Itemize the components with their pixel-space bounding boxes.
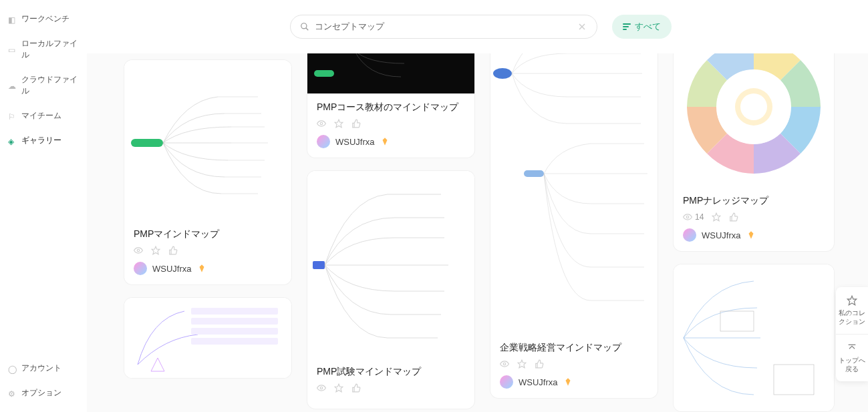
eye-icon (134, 246, 143, 255)
nav-options[interactable]: ⚙オプション (0, 381, 87, 405)
svg-marker-8 (152, 246, 160, 254)
author-name: WSUJfrxa (702, 230, 741, 240)
masonry-col: WSUJfrxa PMPマインドマップ (124, 0, 291, 378)
svg-marker-15 (335, 120, 343, 128)
search-box[interactable] (290, 15, 597, 39)
svg-rect-9 (191, 308, 278, 315)
card-thumbnail (124, 298, 291, 378)
card-title: PMPマインドマップ (134, 228, 282, 240)
masonry-col: PMPコース教材のマインドマップ WSUJfrxa (307, 7, 474, 409)
star-icon[interactable] (517, 359, 527, 369)
diamond-badge-icon (380, 137, 390, 146)
back-to-top-button[interactable]: トップへ戻る (836, 335, 868, 381)
nav-local-files[interactable]: ▭ローカルファイル (0, 31, 87, 67)
card-stats: 14 (683, 212, 825, 222)
views-count: 14 (695, 212, 704, 222)
card-author[interactable]: WSUJfrxa (317, 135, 465, 148)
sidebar-top: ◧ワークベンチ ▭ローカルファイル ☁クラウドファイル ⚐マイチーム ◈ギャラリ… (0, 7, 87, 356)
star-icon[interactable] (334, 119, 343, 128)
star-icon (847, 295, 857, 306)
gallery-card[interactable]: PMP試験マインドマップ (307, 171, 474, 409)
float-label: 私のコレクション (839, 308, 865, 326)
svg-rect-16 (313, 261, 325, 269)
author-name: WSUJfrxa (519, 377, 558, 387)
nav-gallery[interactable]: ◈ギャラリー (0, 128, 87, 153)
filter-icon (623, 23, 631, 30)
nav-label: クラウドファイル (21, 74, 79, 97)
svg-point-19 (493, 68, 512, 79)
thumbs-up-icon[interactable] (351, 383, 361, 393)
svg-point-24 (740, 93, 767, 120)
avatar (134, 262, 147, 275)
nav-label: マイチーム (21, 110, 61, 122)
author-name: WSUJfrxa (335, 137, 375, 147)
my-collection-button[interactable]: 私のコレクション (836, 287, 868, 335)
gallery-card[interactable] (674, 264, 834, 411)
card-stats (134, 246, 282, 255)
svg-point-21 (503, 363, 506, 365)
search-icon (300, 22, 309, 31)
topbar: すべて (87, 0, 868, 53)
card-title: PMP試験マインドマップ (317, 366, 465, 378)
masonry-col: 企業戦略経営マインドマップ WSUJfrxa (490, 7, 658, 398)
nav-workbench[interactable]: ◧ワークベンチ (0, 7, 87, 31)
svg-rect-29 (774, 365, 814, 395)
star-icon[interactable] (151, 246, 160, 255)
thumbs-up-icon[interactable] (535, 359, 544, 369)
svg-rect-11 (191, 328, 278, 335)
star-icon[interactable] (334, 383, 343, 393)
floating-rail: 私のコレクション トップへ戻る (836, 287, 868, 381)
author-name: WSUJfrxa (152, 264, 192, 274)
card-title: 企業戦略経営マインドマップ (500, 342, 648, 354)
card-author[interactable]: WSUJfrxa (134, 262, 282, 275)
gallery-card[interactable] (124, 298, 291, 378)
account-icon: ◯ (8, 365, 16, 373)
search-input[interactable] (315, 22, 577, 32)
diamond-badge-icon (197, 264, 206, 273)
thumbs-up-icon[interactable] (729, 212, 738, 222)
nav-my-team[interactable]: ⚐マイチーム (0, 104, 87, 128)
sidebar: ◧ワークベンチ ▭ローカルファイル ☁クラウドファイル ⚐マイチーム ◈ギャラリ… (0, 0, 87, 412)
diamond-badge-icon (746, 230, 756, 240)
card-author[interactable]: WSUJfrxa (500, 375, 648, 389)
folder-icon: ▭ (8, 45, 16, 53)
svg-marker-30 (847, 296, 856, 304)
gallery-card[interactable]: PMPマインドマップ WSUJfrxa (124, 60, 291, 284)
eye-icon (317, 119, 326, 128)
svg-rect-13 (314, 70, 334, 77)
svg-point-14 (320, 122, 323, 125)
filter-label: すべて (635, 21, 661, 33)
nav-label: ローカルファイル (21, 38, 79, 61)
avatar (500, 375, 513, 389)
avatar (317, 135, 330, 148)
nav-label: ワークベンチ (21, 13, 69, 25)
nav-account[interactable]: ◯アカウント (0, 356, 87, 381)
team-icon: ⚐ (8, 112, 16, 120)
card-thumbnail (674, 264, 834, 411)
card-title: PMPコース教材のマインドマップ (317, 101, 465, 114)
card-stats (317, 119, 465, 128)
card-title: PMPナレッジマップ (683, 195, 825, 207)
filter-all-button[interactable]: すべて (612, 15, 672, 39)
svg-point-0 (301, 23, 307, 29)
nav-cloud-files[interactable]: ☁クラウドファイル (0, 67, 87, 104)
masonry-col: PMPナレッジマップ 14 WSUJfrxa (674, 7, 834, 411)
svg-marker-27 (713, 213, 721, 221)
thumbs-up-icon[interactable] (351, 119, 361, 128)
masonry-grid: WSUJfrxa PMPマインドマップ (124, 53, 852, 411)
svg-line-1 (306, 28, 309, 31)
clear-search-icon[interactable] (577, 21, 587, 32)
gallery-content: WSUJfrxa PMPマインドマップ (87, 0, 868, 412)
workbench-icon: ◧ (8, 15, 16, 23)
eye-icon (683, 212, 692, 222)
thumbs-up-icon[interactable] (168, 246, 178, 255)
float-label: トップへ戻る (839, 356, 865, 373)
nav-label: オプション (21, 387, 61, 399)
gallery-card[interactable]: 企業戦略経営マインドマップ WSUJfrxa (490, 7, 658, 398)
search-wrap: すべて (290, 15, 672, 39)
diamond-badge-icon (563, 377, 573, 387)
card-author[interactable]: WSUJfrxa (683, 228, 825, 242)
card-stats (500, 359, 648, 369)
card-thumbnail (490, 7, 658, 334)
star-icon[interactable] (712, 212, 721, 222)
